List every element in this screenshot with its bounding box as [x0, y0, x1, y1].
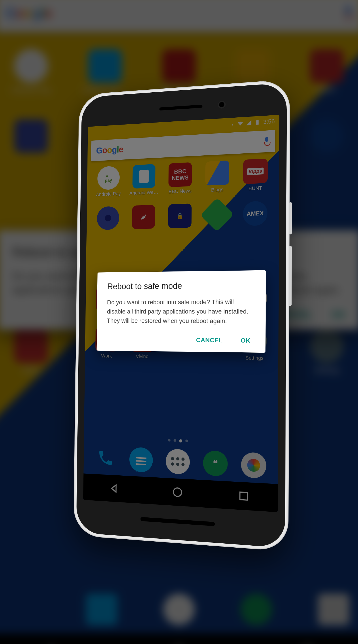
clock-text: 3:56: [263, 118, 275, 125]
dialog-body: Do you want to reboot into safe mode? Th…: [107, 297, 255, 326]
app-amex[interactable]: AMEX: [236, 200, 274, 242]
svg-rect-3: [240, 492, 247, 500]
earpiece: [159, 105, 202, 111]
svg-point-2: [173, 488, 182, 497]
app-feedly[interactable]: [199, 202, 235, 243]
dialog-title: Reboot to safe mode: [107, 280, 255, 291]
dock-camera[interactable]: [241, 452, 266, 479]
phone-screen: 3:56 Google ▲payAndroid Pay Android We… …: [83, 115, 279, 512]
app-tv-movies[interactable]: ▶TV & Movies: [198, 286, 235, 327]
battery-icon: [255, 119, 260, 126]
nav-recents-button[interactable]: [237, 489, 250, 503]
phone-mockup: 3:56 Google ▲payAndroid Pay Android We… …: [73, 79, 290, 552]
app-weather[interactable]: ☀Weather: [236, 286, 274, 327]
voice-search-icon[interactable]: [264, 137, 270, 146]
bunt-icon: topps: [243, 158, 268, 184]
safe-mode-dialog: Reboot to safe mode Do you want to reboo…: [97, 270, 266, 353]
app-bunt[interactable]: toppsBUNT: [237, 158, 274, 200]
dock-hangouts[interactable]: ❝: [203, 450, 228, 477]
app-blogs[interactable]: Blogs: [199, 160, 236, 202]
tv-icon: ▶: [204, 286, 229, 311]
blogs-icon: [205, 160, 229, 186]
cancel-button[interactable]: CANCEL: [194, 334, 224, 347]
ok-button[interactable]: OK: [239, 334, 252, 347]
amex-icon: AMEX: [243, 201, 267, 226]
cell-signal-icon: [246, 120, 252, 126]
nav-home-button[interactable]: [171, 486, 184, 499]
settings-icon: [242, 328, 267, 354]
bottom-speaker: [141, 517, 215, 526]
feedly-icon: [200, 198, 234, 232]
app-settings[interactable]: Settings: [236, 328, 273, 370]
bluetooth-icon: [229, 121, 235, 127]
wifi-icon: [237, 120, 243, 126]
front-camera: [218, 100, 226, 109]
dock-app-drawer[interactable]: [166, 448, 190, 475]
weather-icon: ☀: [242, 286, 267, 310]
